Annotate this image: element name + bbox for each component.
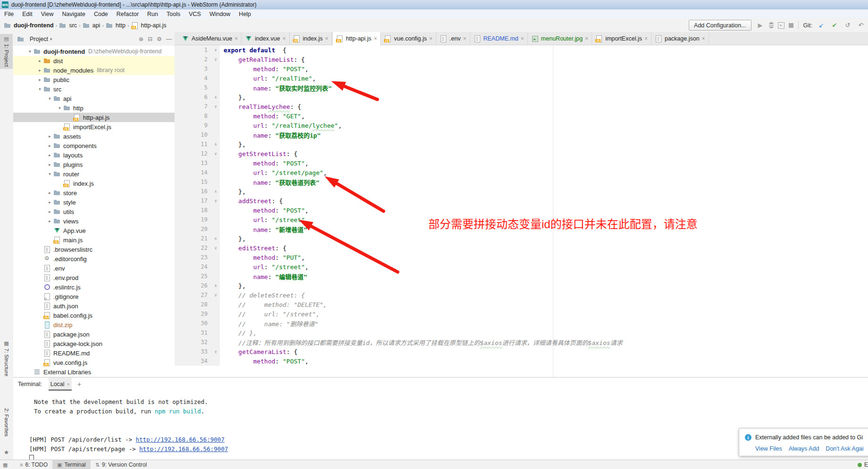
tree-item[interactable]: dist.zip (13, 320, 175, 329)
tree-item[interactable]: README.md (13, 348, 175, 358)
editor-tab[interactable]: .env× (436, 32, 470, 45)
gutter[interactable]: 4 (175, 74, 220, 83)
tree-item[interactable]: ▸node_moduleslibrary root (13, 66, 175, 75)
tree-chevron-icon[interactable]: ▸ (46, 200, 53, 205)
tool-window-project-button[interactable]: ▤ 1: Project (0, 34, 13, 69)
tree-item[interactable]: ▸public (13, 75, 175, 84)
notification-link[interactable]: Always Add (789, 445, 819, 452)
close-icon[interactable]: × (429, 35, 433, 42)
gutter[interactable]: 10 (175, 130, 220, 140)
gutter[interactable]: 19 (175, 215, 220, 224)
menu-vcs[interactable]: VCS (184, 9, 205, 18)
editor-tab[interactable]: index.vue× (242, 32, 290, 45)
tree-item[interactable]: ▾src (13, 84, 175, 94)
tree-item[interactable]: ▸assets (13, 132, 175, 141)
tree-item[interactable]: App.vue (13, 226, 175, 235)
editor-tab[interactable]: vue.config.js× (381, 32, 436, 45)
gutter[interactable]: 23 (175, 253, 220, 262)
close-icon[interactable]: × (463, 35, 466, 42)
close-icon[interactable]: × (283, 35, 286, 42)
tree-chevron-icon[interactable]: ▸ (46, 209, 53, 214)
gutter[interactable]: 15 (175, 177, 220, 187)
close-icon[interactable]: × (67, 381, 70, 387)
close-icon[interactable]: × (374, 35, 377, 42)
tool-window-structure-button[interactable]: ▩ 7: Structure (0, 338, 13, 378)
menu-file[interactable]: File (0, 9, 18, 18)
menu-run[interactable]: Run (143, 9, 162, 18)
gutter[interactable]: 25 (175, 272, 220, 281)
gutter[interactable]: 17∨ (175, 196, 220, 206)
menu-navigate[interactable]: Navigate (58, 9, 90, 18)
gutter[interactable]: 22∨ (175, 243, 220, 253)
tree-item[interactable]: ▾duoji-frontendD:\zheheWeb\duoji-fronten… (13, 47, 175, 56)
chevron-down-icon[interactable]: ▾ (50, 37, 52, 41)
editor-tab[interactable]: menuRouter.jpg× (528, 32, 592, 45)
tree-item[interactable]: .env (13, 263, 175, 273)
close-icon[interactable]: × (234, 35, 238, 42)
favorites-star-button[interactable]: ★ (0, 447, 13, 458)
breadcrumb-item[interactable]: api (83, 22, 100, 29)
tree-item[interactable]: vue.config.js (13, 358, 175, 367)
gutter[interactable]: 33∨ (175, 347, 220, 356)
tree-chevron-icon[interactable]: ▾ (36, 87, 43, 91)
history-icon[interactable]: ↺ (843, 22, 852, 29)
code-editor[interactable]: 1∨export default {2∨ getRealTimeList: {3… (175, 45, 868, 377)
tree-item[interactable]: importExcel.js (13, 122, 175, 132)
project-panel-title[interactable]: Project (30, 36, 48, 42)
menu-refactor[interactable]: Refactor (112, 9, 143, 18)
gutter[interactable]: 16∧ (175, 187, 220, 196)
locate-file-icon[interactable]: ⊕ (139, 36, 143, 42)
tree-item[interactable]: .editorconfig (13, 254, 175, 263)
gutter[interactable]: 24 (175, 262, 220, 272)
tool-window-favorites-button[interactable]: 2: Favorites (0, 404, 13, 438)
tree-chevron-icon[interactable]: ▾ (56, 106, 63, 110)
tree-item[interactable]: .gitignore (13, 292, 175, 301)
fold-marker-icon[interactable]: ∨ (215, 349, 217, 354)
gutter[interactable]: 21∧ (175, 234, 220, 243)
close-icon[interactable]: × (325, 35, 328, 42)
tree-item[interactable]: auth.json (13, 301, 175, 311)
editor-tab[interactable]: README.md× (470, 32, 528, 45)
status-item-vcs[interactable]: ⇅9: Version Control (91, 460, 152, 469)
close-icon[interactable]: × (585, 35, 588, 42)
gutter[interactable]: 14 (175, 168, 220, 177)
gutter[interactable]: 3 (175, 64, 220, 74)
notification-link[interactable]: View Files (755, 445, 782, 452)
editor-tab[interactable]: package.json× (651, 32, 709, 45)
tree-item[interactable]: ▾api (13, 94, 175, 103)
tree-chevron-icon[interactable]: ▸ (46, 162, 53, 167)
tree-item[interactable]: ▸style (13, 197, 175, 207)
status-item-todo[interactable]: ≡6: TODO (15, 460, 52, 469)
tree-item[interactable]: .eslintrc.js (13, 282, 175, 292)
gutter[interactable]: 27∨ (175, 290, 220, 300)
editor-tab[interactable]: http-api.js× (332, 32, 381, 45)
gutter[interactable]: 1∨ (175, 45, 220, 55)
tree-item[interactable]: http-api.js (13, 113, 175, 122)
tree-chevron-icon[interactable]: ▸ (46, 134, 53, 139)
status-item-term[interactable]: ▣Terminal (52, 460, 91, 469)
tree-chevron-icon[interactable]: ▸ (46, 190, 53, 195)
gutter[interactable]: 11∧ (175, 140, 220, 149)
collapse-all-icon[interactable]: ⊟ (148, 36, 152, 42)
hide-panel-icon[interactable]: ― (166, 36, 172, 42)
tree-item[interactable]: main.js (13, 235, 175, 245)
tree-chevron-icon[interactable]: ▸ (46, 153, 53, 157)
gutter[interactable]: 7∨ (175, 102, 220, 111)
gutter[interactable]: 31 (175, 328, 220, 337)
fold-marker-icon[interactable]: ∧ (215, 189, 217, 194)
terminal-link[interactable]: http://192.168.66.56:9007 (136, 436, 225, 443)
fold-marker-icon[interactable]: ∧ (215, 236, 217, 241)
notification-link[interactable]: Don't Ask Agai (826, 445, 863, 452)
tree-chevron-icon[interactable]: ▾ (46, 96, 53, 101)
tree-item[interactable]: ▾router (13, 169, 175, 179)
tree-item[interactable]: package.json (13, 329, 175, 339)
gutter[interactable]: 9 (175, 121, 220, 130)
gutter[interactable]: 6∧ (175, 92, 220, 102)
fold-marker-icon[interactable]: ∨ (215, 48, 217, 52)
tree-item[interactable]: ▸views (13, 216, 175, 226)
breadcrumb-item[interactable]: http (106, 22, 125, 29)
gutter[interactable]: 29 (175, 309, 220, 319)
run-icon[interactable]: ▶ (756, 22, 765, 29)
tree-item[interactable]: ▸layouts (13, 150, 175, 160)
terminal-link[interactable]: http://192.168.66.56:9007 (139, 445, 228, 453)
